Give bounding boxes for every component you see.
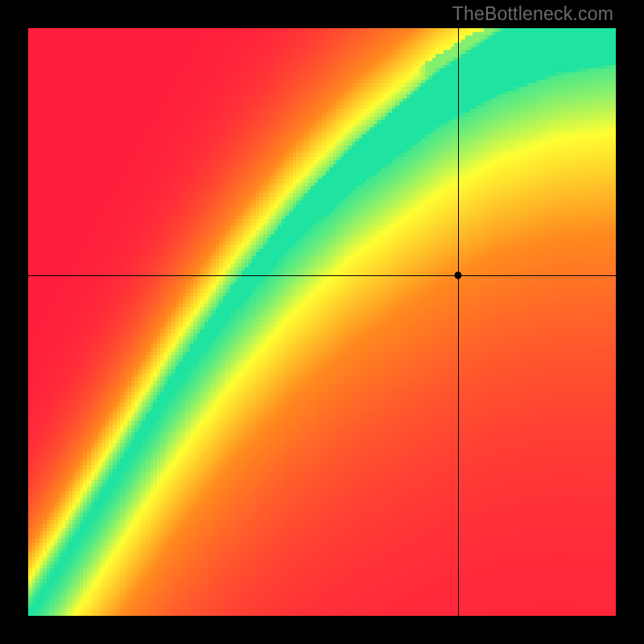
crosshair-horizontal — [28, 275, 616, 276]
chart-frame: TheBottleneck.com — [0, 0, 644, 644]
watermark-text: TheBottleneck.com — [452, 3, 613, 25]
crosshair-dot — [455, 271, 462, 279]
crosshair-vertical — [458, 28, 459, 616]
heatmap-canvas — [28, 28, 616, 616]
heatmap-plot — [28, 28, 616, 616]
